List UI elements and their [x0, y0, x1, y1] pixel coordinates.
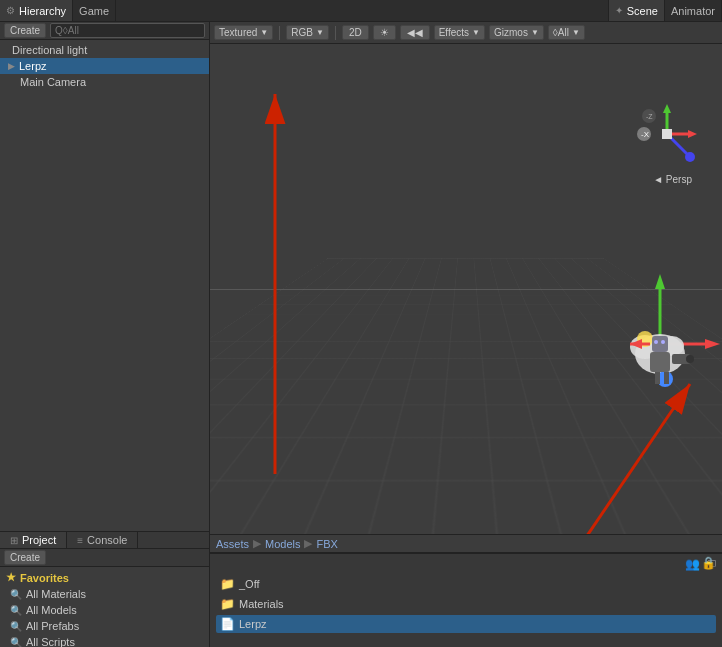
star-icon: ★	[6, 571, 16, 584]
right-panel: Textured ▼ RGB ▼ 2D ☀ ◀◀ Effects ▼ Gizmo…	[210, 22, 722, 647]
textured-dropdown[interactable]: Textured ▼	[214, 25, 273, 40]
audio-button[interactable]: ◀◀	[400, 25, 430, 40]
hierarchy-panel: Create Directional light ▶ Lerpz Main Ca…	[0, 22, 209, 532]
chevron-down-icon: ▼	[531, 28, 539, 37]
bottom-right-panel: Assets ▶ Models ▶ FBX 👥 🏷 🔒 📁 _Off	[210, 534, 722, 647]
project-create-bar: Create	[0, 549, 209, 567]
svg-marker-12	[655, 274, 665, 289]
svg-point-5	[685, 152, 695, 162]
svg-rect-21	[655, 372, 660, 384]
tab-animator[interactable]: Animator	[665, 0, 722, 21]
svg-rect-20	[650, 352, 670, 372]
svg-rect-6	[662, 129, 672, 139]
project-bottom-toolbar: 👥 🏷 🔒	[210, 553, 722, 573]
svg-text:-Z: -Z	[646, 113, 653, 120]
fav-item-all-models[interactable]: 🔍 All Models	[0, 602, 209, 618]
separator	[335, 26, 336, 40]
chevron-down-icon: ▼	[316, 28, 324, 37]
svg-point-27	[686, 355, 694, 363]
svg-marker-3	[688, 130, 697, 138]
project-file-area: 📁 _Off 📁 Materials 📄 Lerpz	[210, 573, 722, 647]
file-item-lerpz[interactable]: 📄 Lerpz	[216, 615, 716, 633]
lock-icon: 🔒	[701, 556, 716, 570]
search-icon: 🔍	[10, 621, 22, 632]
console-tab-icon: ≡	[77, 535, 83, 546]
fav-item-all-prefabs[interactable]: 🔍 All Prefabs	[0, 618, 209, 634]
hierarchy-icon: ⚙	[6, 5, 15, 16]
search-icon: 🔍	[10, 589, 22, 600]
svg-text:-X: -X	[641, 130, 650, 139]
tab-game[interactable]: Game	[73, 0, 116, 21]
main-layout: Create Directional light ▶ Lerpz Main Ca…	[0, 22, 722, 647]
project-panel: ⊞ Project ≡ Console Create ★ Favorites 🔍	[0, 532, 209, 647]
top-tab-bar: ⚙ Hierarchy Game ✦ Scene Animator	[0, 0, 722, 22]
chevron-down-icon: ▼	[472, 28, 480, 37]
rgb-dropdown[interactable]: RGB ▼	[286, 25, 329, 40]
breadcrumb-assets[interactable]: Assets	[216, 538, 249, 550]
svg-marker-14	[705, 339, 720, 349]
svg-point-25	[661, 340, 665, 344]
people-icon: 👥	[685, 557, 700, 571]
chevron-down-icon: ▼	[572, 28, 580, 37]
fav-item-all-scripts[interactable]: 🔍 All Scripts	[0, 634, 209, 647]
hierarchy-item-lerpz[interactable]: ▶ Lerpz	[0, 58, 209, 74]
project-tabs: ⊞ Project ≡ Console	[0, 532, 209, 549]
hierarchy-search-input[interactable]	[50, 23, 205, 38]
svg-point-24	[654, 340, 658, 344]
folder-icon: 📁	[220, 577, 235, 591]
breadcrumb: Assets ▶ Models ▶ FBX	[210, 535, 722, 553]
scene-icon: ✦	[615, 5, 623, 16]
project-tab-icon: ⊞	[10, 535, 18, 546]
fbx-icon: 📄	[220, 617, 235, 631]
tab-project[interactable]: ⊞ Project	[0, 532, 67, 548]
svg-rect-22	[664, 372, 669, 384]
hierarchy-item-main-camera[interactable]: Main Camera	[0, 74, 209, 90]
chevron-down-icon: ▼	[260, 28, 268, 37]
folder-icon: 📁	[220, 597, 235, 611]
tab-hierarchy[interactable]: ⚙ Hierarchy	[0, 0, 73, 21]
favorites-section: ★ Favorites 🔍 All Materials 🔍 All Models…	[0, 567, 209, 647]
all-dropdown[interactable]: ◊All ▼	[548, 25, 585, 40]
file-item-materials[interactable]: 📁 Materials	[216, 595, 716, 613]
tab-scene[interactable]: ✦ Scene	[608, 0, 665, 21]
fav-item-all-materials[interactable]: 🔍 All Materials	[0, 586, 209, 602]
breadcrumb-models[interactable]: Models	[265, 538, 300, 550]
separator	[279, 26, 280, 40]
svg-rect-23	[652, 336, 668, 352]
search-icon: 🔍	[10, 605, 22, 616]
svg-marker-1	[663, 104, 671, 113]
left-panel: Create Directional light ▶ Lerpz Main Ca…	[0, 22, 210, 647]
favorites-header: ★ Favorites	[0, 569, 209, 586]
tab-console[interactable]: ≡ Console	[67, 532, 138, 548]
project-create-button[interactable]: Create	[4, 550, 46, 565]
hierarchy-create-bar: Create	[0, 22, 209, 40]
search-icon: 🔍	[10, 637, 22, 648]
gizmo-widget[interactable]: -X -Z	[632, 99, 702, 169]
sun-button[interactable]: ☀	[373, 25, 396, 40]
scene-toolbar: Textured ▼ RGB ▼ 2D ☀ ◀◀ Effects ▼ Gizmo…	[210, 22, 722, 44]
effects-dropdown[interactable]: Effects ▼	[434, 25, 485, 40]
persp-label: ◄ Persp	[653, 174, 692, 185]
hierarchy-item-directional-light[interactable]: Directional light	[0, 42, 209, 58]
breadcrumb-fbx[interactable]: FBX	[316, 538, 337, 550]
scene-object	[600, 264, 720, 394]
arrow-icon: ▶	[8, 61, 15, 71]
file-item-off[interactable]: 📁 _Off	[216, 575, 716, 593]
hierarchy-items: Directional light ▶ Lerpz Main Camera	[0, 40, 209, 92]
hierarchy-create-button[interactable]: Create	[4, 23, 46, 38]
gizmos-dropdown[interactable]: Gizmos ▼	[489, 25, 544, 40]
twod-button[interactable]: 2D	[342, 25, 369, 40]
scene-viewport[interactable]: -X -Z ◄ Persp	[210, 44, 722, 534]
